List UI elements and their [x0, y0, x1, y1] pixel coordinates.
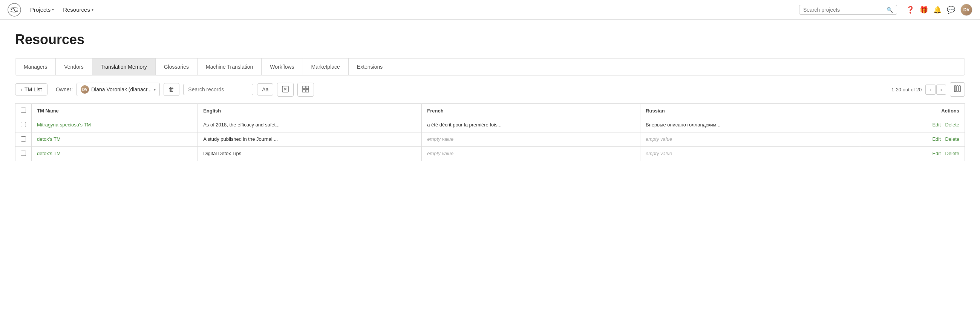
search-records-input[interactable]: [188, 86, 248, 93]
tab-translation-memory[interactable]: Translation Memory: [92, 59, 156, 75]
tab-extensions[interactable]: Extensions: [348, 59, 391, 75]
pagination-info: 1-20 out of 20: [891, 87, 921, 93]
owner-name: Diana Voroniak (dianacr...: [91, 86, 151, 93]
case-icon: Aa: [262, 86, 268, 93]
svg-rect-9: [957, 86, 958, 92]
row-english-0: As of 2018, the efficacy and safet...: [198, 118, 422, 133]
page-container: Resources Managers Vendors Translation M…: [0, 20, 980, 161]
col-russian: Russian: [640, 104, 860, 118]
owner-label: Owner:: [56, 86, 73, 93]
row-select-checkbox-1[interactable]: [21, 136, 26, 142]
svg-rect-6: [303, 90, 305, 92]
tab-machine-translation[interactable]: Machine Translation: [197, 59, 262, 75]
row-russian-1: empty value: [640, 133, 860, 147]
search-records-box[interactable]: [183, 84, 253, 95]
row-actions-0: Edit Delete: [860, 118, 964, 133]
row-actions-1: Edit Delete: [860, 133, 964, 147]
row-english-2: Digital Detox Tips: [198, 147, 422, 161]
tab-managers[interactable]: Managers: [16, 59, 56, 75]
col-tm-name: TM Name: [32, 104, 198, 118]
gift-button[interactable]: 🎁: [920, 6, 928, 14]
back-arrow-icon: ‹: [21, 87, 22, 92]
nav-resources[interactable]: Resources ▾: [63, 6, 94, 13]
help-button[interactable]: ❓: [906, 6, 915, 14]
column-settings-button[interactable]: [950, 82, 965, 97]
toolbar: ‹ TM List Owner: DV Diana Voroniak (dian…: [15, 75, 965, 102]
row-actions-2: Edit Delete: [860, 147, 964, 161]
row-french-2: empty value: [422, 147, 640, 161]
tab-glossaries[interactable]: Glossaries: [156, 59, 197, 75]
back-button-label: TM List: [24, 86, 42, 93]
owner-select-button[interactable]: DV Diana Voroniak (dianacr... ▾: [76, 83, 160, 96]
notifications-button[interactable]: 🔔: [933, 6, 942, 14]
col-english: English: [198, 104, 422, 118]
row-english-1: A study published in the Journal ...: [198, 133, 422, 147]
row-tm-name-0: Mitragyna speciosa's TM: [32, 118, 198, 133]
row-russian-0: Впервые описано голландским...: [640, 118, 860, 133]
svg-rect-7: [306, 90, 309, 92]
edit-action-1[interactable]: Edit: [932, 136, 940, 142]
projects-label: Projects: [30, 6, 51, 13]
row-checkbox-1[interactable]: [16, 133, 32, 147]
delete-selected-button[interactable]: 🗑: [164, 83, 180, 96]
delete-action-0[interactable]: Delete: [945, 122, 959, 128]
empty-value: empty value: [427, 150, 453, 156]
navbar-icons: ❓ 🎁 🔔 💬 DV: [906, 4, 972, 16]
row-tm-name-2: detox's TM: [32, 147, 198, 161]
tab-marketplace[interactable]: Marketplace: [303, 59, 348, 75]
edit-action-0[interactable]: Edit: [932, 122, 940, 128]
messages-button[interactable]: 💬: [947, 6, 955, 14]
tm-name-link-2[interactable]: detox's TM: [37, 150, 61, 156]
owner-section: Owner: DV Diana Voroniak (dianacr... ▾: [56, 83, 160, 96]
table-header-row: TM Name English French Russian Actions: [16, 104, 965, 118]
view-mode-button[interactable]: [298, 83, 314, 97]
owner-avatar: DV: [81, 85, 89, 94]
search-box[interactable]: 🔍: [799, 5, 897, 15]
edit-action-2[interactable]: Edit: [932, 150, 940, 156]
empty-value: empty value: [646, 136, 672, 142]
regex-button[interactable]: [277, 83, 294, 97]
nav-projects[interactable]: Projects ▾: [30, 6, 54, 13]
bell-icon: 🔔: [933, 6, 942, 14]
tm-table: TM Name English French Russian Actions M…: [15, 104, 965, 161]
empty-value: empty value: [427, 136, 453, 142]
resources-label: Resources: [63, 6, 90, 13]
prev-page-button[interactable]: ‹: [925, 85, 935, 95]
row-french-0: a été décrit pour la première fois...: [422, 118, 640, 133]
search-icon: 🔍: [886, 7, 893, 13]
avatar-initials: DV: [961, 4, 972, 16]
search-input[interactable]: [803, 7, 886, 13]
regex-icon: [282, 86, 289, 94]
select-all-checkbox[interactable]: [21, 107, 26, 113]
row-french-1: empty value: [422, 133, 640, 147]
svg-rect-8: [955, 86, 956, 92]
delete-action-2[interactable]: Delete: [945, 150, 959, 156]
user-avatar[interactable]: DV: [960, 4, 972, 16]
tab-workflows[interactable]: Workflows: [262, 59, 303, 75]
table-body: Mitragyna speciosa's TM As of 2018, the …: [16, 118, 965, 161]
svg-rect-10: [959, 86, 960, 92]
case-sensitive-button[interactable]: Aa: [257, 83, 273, 96]
next-page-button[interactable]: ›: [936, 85, 946, 95]
navbar: Projects ▾ Resources ▾ 🔍 ❓ 🎁 🔔 💬 DV: [0, 0, 980, 20]
back-button[interactable]: ‹ TM List: [15, 83, 48, 96]
row-select-checkbox-0[interactable]: [21, 122, 26, 127]
row-checkbox-2[interactable]: [16, 147, 32, 161]
row-russian-2: empty value: [640, 147, 860, 161]
table-row: detox's TM Digital Detox Tips empty valu…: [16, 147, 965, 161]
col-french: French: [422, 104, 640, 118]
tm-name-link-0[interactable]: Mitragyna speciosa's TM: [37, 122, 91, 128]
logo[interactable]: [8, 3, 21, 17]
svg-rect-4: [303, 86, 305, 89]
table-row: Mitragyna speciosa's TM As of 2018, the …: [16, 118, 965, 133]
empty-value: empty value: [646, 150, 672, 156]
delete-action-1[interactable]: Delete: [945, 136, 959, 142]
pagination-nav: ‹ ›: [925, 85, 946, 95]
row-checkbox-0[interactable]: [16, 118, 32, 133]
tm-name-link-1[interactable]: detox's TM: [37, 136, 61, 142]
col-checkbox: [16, 104, 32, 118]
tab-vendors[interactable]: Vendors: [56, 59, 92, 75]
row-select-checkbox-2[interactable]: [21, 150, 26, 156]
resources-chevron: ▾: [92, 8, 94, 12]
owner-chevron-icon: ▾: [154, 88, 156, 92]
